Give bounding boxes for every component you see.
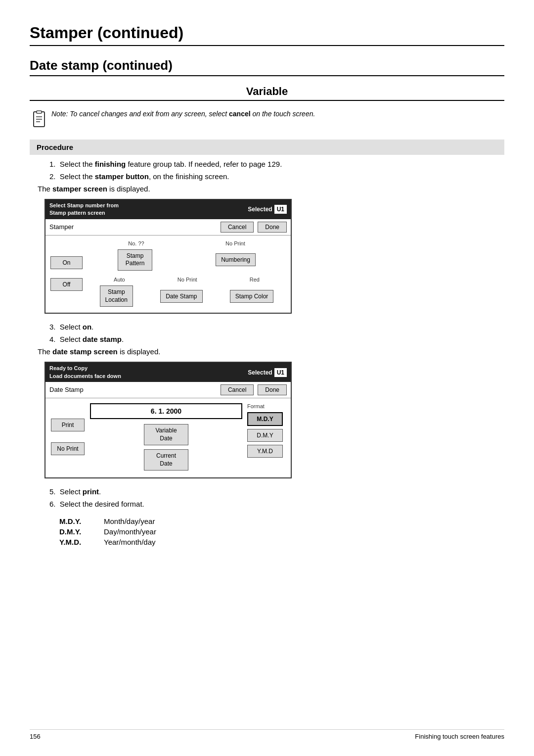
- step2-suf: , on the finishing screen.: [149, 172, 229, 181]
- note-area: Note: To cancel changes and exit from an…: [30, 110, 504, 132]
- step2-bold: stamper button: [95, 172, 149, 181]
- datestamp-header-line2: Load documents face down: [49, 373, 121, 379]
- date-value: 6. 1. 2000: [90, 403, 242, 419]
- step6-num: 6.: [49, 500, 60, 508]
- date-stamp-btn[interactable]: Date Stamp: [160, 290, 202, 303]
- on-button[interactable]: On: [50, 256, 83, 269]
- stamp-color-btn[interactable]: Stamp Color: [230, 290, 274, 303]
- step-5: 5. Select print.: [49, 487, 504, 496]
- datestamp-title: Date Stamp: [49, 386, 217, 393]
- stamper-done-btn[interactable]: Done: [258, 222, 287, 233]
- step1-pre: Select the: [60, 160, 95, 168]
- selected-u1-badge: U1: [274, 205, 287, 214]
- print-btn[interactable]: Print: [51, 419, 85, 431]
- no-print-btn[interactable]: No Print: [51, 442, 85, 455]
- step3-pre: Select: [60, 323, 83, 331]
- procedure-heading: Procedure: [30, 140, 504, 155]
- format-row-mdy: M.D.Y. Month/day/year: [59, 517, 504, 525]
- steps-list: 1. Select the finishing feature group ta…: [49, 160, 504, 181]
- datestamp-cancel-btn[interactable]: Cancel: [221, 384, 254, 395]
- step-2: 2. Select the stamper button, on the fin…: [49, 172, 504, 181]
- step4-pre: Select: [60, 335, 83, 343]
- page-footer: 156 Finishing touch screen features: [30, 729, 504, 740]
- stamper-header-left: Select Stamp number from Stamp pattern s…: [49, 202, 119, 217]
- step5-num: 5.: [49, 487, 60, 496]
- format-key-dmy: D.M.Y.: [59, 527, 104, 536]
- auto-label: Auto: [114, 277, 125, 283]
- step4-suf: .: [122, 335, 124, 343]
- step-1: 1. Select the finishing feature group ta…: [49, 160, 504, 168]
- main-title: Stamper (continued): [30, 24, 504, 46]
- datestamp-selected-u1: U1: [274, 368, 287, 377]
- stamper-header-line1: Select Stamp number from: [49, 202, 119, 208]
- datestamp-done-btn[interactable]: Done: [258, 384, 287, 395]
- ymd-btn[interactable]: Y.M.D: [247, 445, 283, 458]
- format-label: Format: [247, 403, 265, 409]
- step5-bold: print: [83, 487, 99, 496]
- datestamp-header-right: Selected U1: [248, 368, 287, 377]
- sub-title: Date stamp (continued): [30, 58, 504, 76]
- stamper-cancel-btn[interactable]: Cancel: [221, 222, 254, 233]
- datestamp-header-line1: Ready to Copy: [49, 365, 88, 371]
- step1-suf: feature group tab. If needed, refer to p…: [126, 160, 282, 168]
- step-6: 6. Select the desired format.: [49, 500, 504, 508]
- stamper-header-right: Selected U1: [248, 205, 287, 214]
- step6-text: Select the desired format.: [60, 500, 144, 508]
- var-title: Variable: [30, 85, 504, 101]
- step-3: 3. Select on.: [49, 323, 504, 331]
- format-key-mdy: M.D.Y.: [59, 517, 104, 525]
- stamp-pattern-btn[interactable]: StampPattern: [118, 249, 152, 271]
- step2-pre: Select the: [60, 172, 95, 181]
- page: Stamper (continued) Date stamp (continue…: [0, 0, 534, 756]
- stamp-location-btn[interactable]: StampLocation: [100, 285, 133, 307]
- noprint-bottom-label: No Print: [178, 277, 197, 283]
- stamper-title: Stamper: [49, 223, 217, 231]
- stamper-header-line2: Stamp pattern screen: [49, 210, 105, 216]
- datestamp-selected-label: Selected: [248, 369, 272, 376]
- noprint-top-label: No Print: [225, 240, 245, 246]
- mdy-btn[interactable]: M.D.Y: [247, 412, 283, 426]
- selected-label: Selected: [248, 206, 272, 213]
- format-key-ymd: Y.M.D.: [59, 538, 104, 546]
- page-number: 156: [30, 733, 41, 740]
- datestamp-toolbar: Date Stamp Cancel Done: [45, 382, 291, 398]
- step3-num: 3.: [49, 323, 60, 331]
- datestamp-header-left: Ready to Copy Load documents face down: [49, 365, 121, 380]
- stamper-screen-mockup: Select Stamp number from Stamp pattern s…: [44, 199, 292, 314]
- note-icon: [30, 110, 51, 132]
- datestamp-header: Ready to Copy Load documents face down S…: [45, 363, 291, 382]
- format-val-dmy: Day/month/year: [104, 527, 156, 536]
- note-text: Note: To cancel changes and exit from an…: [51, 110, 315, 118]
- stamper-screen-header: Select Stamp number from Stamp pattern s…: [45, 200, 291, 219]
- off-button[interactable]: Off: [50, 278, 83, 291]
- format-row-dmy: D.M.Y. Day/month/year: [59, 527, 504, 536]
- numbering-btn[interactable]: Numbering: [216, 253, 256, 266]
- format-table: M.D.Y. Month/day/year D.M.Y. Day/month/y…: [59, 517, 504, 546]
- no-label: No. ??: [128, 240, 144, 246]
- step1-num: 1.: [49, 160, 60, 168]
- note-suffix: on the touch screen.: [251, 110, 315, 118]
- steps-3-4: 3. Select on. 4. Select date stamp.: [49, 323, 504, 343]
- format-val-mdy: Month/day/year: [104, 517, 155, 525]
- step2-num: 2.: [49, 172, 60, 181]
- step5-pre: Select: [60, 487, 83, 496]
- svg-rect-1: [37, 111, 42, 113]
- step5-suf: .: [99, 487, 101, 496]
- stamper-screen-note: The stamper screen is displayed.: [38, 185, 504, 193]
- note-bold: cancel: [229, 110, 251, 118]
- datestamp-screen-note: The date stamp screen is displayed.: [38, 347, 504, 356]
- step-4: 4. Select date stamp.: [49, 335, 504, 343]
- note-prefix: Note: To cancel changes and exit from an…: [51, 110, 229, 118]
- format-row-ymd: Y.M.D. Year/month/day: [59, 538, 504, 546]
- section-label: Finishing touch screen features: [415, 733, 504, 740]
- stamper-toolbar: Stamper Cancel Done: [45, 219, 291, 236]
- variable-date-btn[interactable]: VariableDate: [144, 424, 188, 445]
- dmy-btn[interactable]: D.M.Y: [247, 429, 283, 442]
- format-val-ymd: Year/month/day: [104, 538, 156, 546]
- current-date-btn[interactable]: CurrentDate: [144, 449, 188, 471]
- step3-suf: .: [91, 323, 93, 331]
- step1-bold: finishing: [95, 160, 126, 168]
- red-label: Red: [250, 277, 260, 283]
- steps-5-6: 5. Select print. 6. Select the desired f…: [49, 487, 504, 508]
- datestamp-screen-mockup: Ready to Copy Load documents face down S…: [44, 362, 292, 478]
